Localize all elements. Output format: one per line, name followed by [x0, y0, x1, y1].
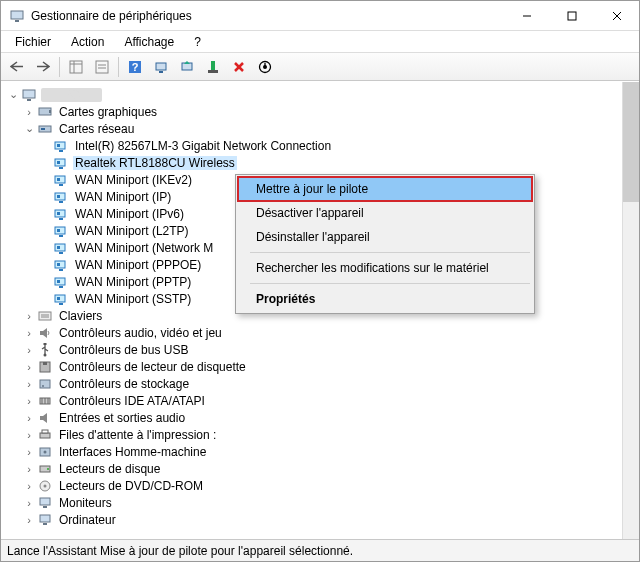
svg-rect-65: [43, 362, 47, 365]
expand-icon[interactable]: ›: [21, 410, 37, 426]
app-icon: [9, 8, 25, 24]
category-monitors[interactable]: ›Moniteurs: [5, 494, 622, 511]
svg-rect-17: [211, 61, 215, 70]
menu-file[interactable]: Fichier: [7, 33, 59, 51]
category-network[interactable]: ⌄ Cartes réseau: [5, 120, 622, 137]
expand-icon[interactable]: ›: [21, 104, 37, 120]
ctx-disable-device[interactable]: Désactiver l'appareil: [238, 201, 532, 225]
svg-rect-51: [59, 269, 63, 271]
category-usb[interactable]: ›Contrôleurs de bus USB: [5, 341, 622, 358]
collapse-icon[interactable]: ⌄: [21, 121, 37, 137]
menu-action[interactable]: Action: [63, 33, 112, 51]
root-node[interactable]: ⌄ PC: [5, 86, 622, 103]
category-soundio[interactable]: ›Entrées et sorties audio: [5, 409, 622, 426]
category-printq[interactable]: ›Files d'attente à l'impression :: [5, 426, 622, 443]
properties-button[interactable]: [90, 56, 114, 78]
device-label: WAN Miniport (IP): [73, 190, 173, 204]
ctx-update-driver[interactable]: Mettre à jour le pilote: [238, 177, 532, 201]
maximize-button[interactable]: [549, 1, 594, 30]
category-label: Contrôleurs audio, vidéo et jeu: [57, 326, 224, 340]
svg-rect-83: [43, 523, 47, 525]
menu-view[interactable]: Affichage: [116, 33, 182, 51]
category-graphics[interactable]: › Cartes graphiques: [5, 103, 622, 120]
category-label: Entrées et sorties audio: [57, 411, 187, 425]
category-floppy[interactable]: ›Contrôleurs de lecteur de disquette: [5, 358, 622, 375]
device-label: WAN Miniport (IKEv2): [73, 173, 194, 187]
expand-icon[interactable]: ›: [21, 512, 37, 528]
computer-icon: [21, 87, 37, 103]
expand-icon[interactable]: ›: [21, 376, 37, 392]
ctx-separator: [250, 252, 530, 253]
vertical-scrollbar[interactable]: [622, 82, 639, 539]
display-adapter-icon: [37, 104, 53, 120]
svg-rect-54: [59, 286, 63, 288]
help-button[interactable]: ?: [123, 56, 147, 78]
category-label: Claviers: [57, 309, 104, 323]
ide-icon: [37, 393, 53, 409]
device-label: WAN Miniport (IPv6): [73, 207, 186, 221]
expand-icon[interactable]: ›: [21, 444, 37, 460]
toolbar: ?: [1, 53, 639, 81]
category-dvd[interactable]: ›Lecteurs de DVD/CD-ROM: [5, 477, 622, 494]
back-button[interactable]: [5, 56, 29, 78]
ctx-properties[interactable]: Propriétés: [238, 287, 532, 311]
collapse-icon[interactable]: ⌄: [5, 87, 21, 103]
category-label: Lecteurs de DVD/CD-ROM: [57, 479, 205, 493]
svg-rect-30: [59, 150, 63, 152]
device-tree[interactable]: ⌄ PC › Cartes graphiques ⌄ Cartes réseau…: [1, 82, 622, 539]
menubar: Fichier Action Affichage ?: [1, 31, 639, 53]
svg-rect-66: [40, 380, 50, 388]
svg-rect-1: [15, 20, 19, 22]
svg-rect-36: [59, 184, 63, 186]
expand-icon[interactable]: ›: [21, 393, 37, 409]
forward-button[interactable]: [31, 56, 55, 78]
update-driver-button[interactable]: [175, 56, 199, 78]
nic-icon: [53, 223, 69, 239]
svg-rect-28: [41, 128, 45, 130]
expand-icon[interactable]: ›: [21, 478, 37, 494]
ctx-scan-hardware[interactable]: Rechercher les modifications sur le maté…: [238, 256, 532, 280]
show-hide-tree-button[interactable]: [64, 56, 88, 78]
expand-icon[interactable]: ›: [21, 427, 37, 443]
scrollbar-thumb[interactable]: [623, 82, 639, 202]
category-storage[interactable]: ›Contrôleurs de stockage: [5, 375, 622, 392]
scan-hardware-button[interactable]: [149, 56, 173, 78]
category-ide[interactable]: ›Contrôleurs IDE ATA/ATAPI: [5, 392, 622, 409]
device-label: WAN Miniport (Network M: [73, 241, 215, 255]
expand-icon[interactable]: ›: [21, 308, 37, 324]
category-computer[interactable]: ›Ordinateur: [5, 511, 622, 528]
close-button[interactable]: [594, 1, 639, 30]
svg-rect-73: [42, 430, 48, 433]
category-disk[interactable]: ›Lecteurs de disque: [5, 460, 622, 477]
network-device[interactable]: Realtek RTL8188CU Wireless: [5, 154, 622, 171]
nic-icon: [53, 240, 69, 256]
svg-rect-72: [40, 433, 50, 438]
network-adapter-icon: [37, 121, 53, 137]
svg-rect-14: [156, 63, 166, 70]
minimize-button[interactable]: [504, 1, 549, 30]
expand-icon[interactable]: ›: [21, 359, 37, 375]
network-device[interactable]: Intel(R) 82567LM-3 Gigabit Network Conne…: [5, 137, 622, 154]
uninstall-button[interactable]: [227, 56, 251, 78]
menu-help[interactable]: ?: [186, 33, 209, 51]
disable-button[interactable]: [253, 56, 277, 78]
expand-icon[interactable]: ›: [21, 342, 37, 358]
svg-rect-24: [27, 99, 31, 101]
expand-icon[interactable]: ›: [21, 495, 37, 511]
svg-rect-49: [57, 246, 60, 249]
install-legacy-button[interactable]: [201, 56, 225, 78]
usb-icon: [37, 342, 53, 358]
svg-rect-81: [43, 506, 47, 508]
svg-rect-42: [59, 218, 63, 220]
ctx-uninstall-device[interactable]: Désinstaller l'appareil: [238, 225, 532, 249]
device-label: Realtek RTL8188CU Wireless: [73, 156, 237, 170]
svg-rect-45: [59, 235, 63, 237]
expand-icon[interactable]: ›: [21, 325, 37, 341]
svg-rect-40: [57, 195, 60, 198]
expand-icon[interactable]: ›: [21, 461, 37, 477]
svg-point-67: [42, 385, 44, 387]
nic-icon: [53, 172, 69, 188]
category-audio[interactable]: ›Contrôleurs audio, vidéo et jeu: [5, 324, 622, 341]
context-menu: Mettre à jour le pilote Désactiver l'app…: [235, 174, 535, 314]
category-hid[interactable]: ›Interfaces Homme-machine: [5, 443, 622, 460]
